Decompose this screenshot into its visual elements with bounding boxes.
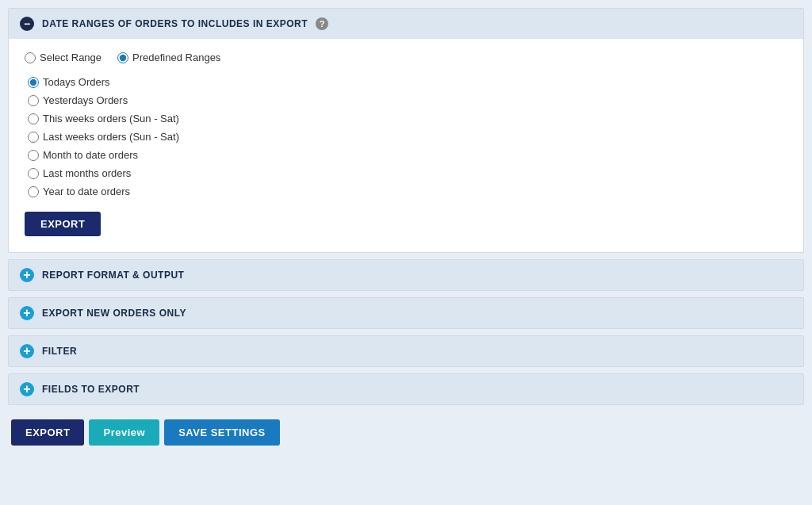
year-to-date-text: Year to date orders: [43, 186, 130, 197]
select-range-radio[interactable]: [25, 52, 36, 63]
date-ranges-section: − DATE RANGES OF ORDERS TO INCLUDES IN E…: [8, 8, 804, 253]
bottom-save-settings-button[interactable]: SAVE SETTINGS: [164, 419, 280, 446]
todays-orders-radio[interactable]: [28, 77, 39, 88]
filter-section: + FILTER: [8, 335, 804, 367]
this-weeks-orders-text: This weeks orders (Sun - Sat): [43, 113, 179, 124]
month-to-date-label[interactable]: Month to date orders: [28, 149, 787, 161]
filter-header[interactable]: + FILTER: [9, 336, 803, 366]
page-wrapper: − DATE RANGES OF ORDERS TO INCLUDES IN E…: [0, 0, 812, 505]
range-type-row: Select Range Predefined Ranges: [25, 52, 787, 63]
bottom-preview-button[interactable]: Preview: [89, 419, 159, 446]
date-ranges-body: Select Range Predefined Ranges Todays Or…: [9, 39, 803, 252]
yesterdays-orders-text: Yesterdays Orders: [43, 94, 128, 106]
last-months-orders-label[interactable]: Last months orders: [28, 167, 787, 179]
expand-icon: +: [20, 344, 34, 358]
expand-icon: +: [20, 306, 34, 320]
expand-icon: +: [20, 382, 34, 396]
last-weeks-orders-label[interactable]: Last weeks orders (Sun - Sat): [28, 131, 787, 143]
select-range-text: Select Range: [40, 52, 102, 63]
todays-orders-text: Todays Orders: [43, 76, 110, 88]
expand-icon: +: [20, 268, 34, 282]
predefined-ranges-radio[interactable]: [117, 52, 128, 63]
this-weeks-orders-radio[interactable]: [28, 113, 39, 124]
predefined-ranges-text: Predefined Ranges: [132, 52, 220, 63]
yesterdays-orders-radio[interactable]: [28, 95, 39, 106]
fields-to-export-header[interactable]: + FIELDS TO EXPORT: [9, 374, 803, 404]
export-new-orders-header[interactable]: + EXPORT NEW ORDERS ONLY: [9, 298, 803, 328]
this-weeks-orders-label[interactable]: This weeks orders (Sun - Sat): [28, 113, 787, 124]
year-to-date-radio[interactable]: [28, 186, 39, 197]
todays-orders-label[interactable]: Todays Orders: [28, 76, 787, 88]
date-ranges-header[interactable]: − DATE RANGES OF ORDERS TO INCLUDES IN E…: [9, 9, 803, 39]
select-range-label[interactable]: Select Range: [25, 52, 102, 63]
export-new-orders-section: + EXPORT NEW ORDERS ONLY: [8, 297, 804, 329]
fields-to-export-title: FIELDS TO EXPORT: [42, 384, 140, 395]
filter-title: FILTER: [42, 346, 77, 357]
section-export-button[interactable]: EXPORT: [25, 212, 101, 236]
bottom-toolbar: EXPORT Preview SAVE SETTINGS: [8, 411, 804, 449]
export-new-orders-title: EXPORT NEW ORDERS ONLY: [42, 308, 186, 319]
date-ranges-title: DATE RANGES OF ORDERS TO INCLUDES IN EXP…: [42, 18, 308, 29]
predefined-list: Todays Orders Yesterdays Orders This wee…: [28, 76, 787, 197]
report-format-header[interactable]: + REPORT FORMAT & OUTPUT: [9, 260, 803, 290]
last-weeks-orders-text: Last weeks orders (Sun - Sat): [43, 131, 179, 143]
collapse-icon: −: [20, 17, 34, 31]
month-to-date-text: Month to date orders: [43, 149, 138, 161]
report-format-section: + REPORT FORMAT & OUTPUT: [8, 259, 804, 291]
month-to-date-radio[interactable]: [28, 150, 39, 161]
year-to-date-label[interactable]: Year to date orders: [28, 186, 787, 197]
bottom-export-button[interactable]: EXPORT: [11, 419, 84, 446]
predefined-ranges-label[interactable]: Predefined Ranges: [117, 52, 220, 63]
fields-to-export-section: + FIELDS TO EXPORT: [8, 373, 804, 405]
report-format-title: REPORT FORMAT & OUTPUT: [42, 270, 184, 281]
last-months-orders-text: Last months orders: [43, 167, 131, 179]
last-weeks-orders-radio[interactable]: [28, 132, 39, 143]
yesterdays-orders-label[interactable]: Yesterdays Orders: [28, 94, 787, 106]
last-months-orders-radio[interactable]: [28, 168, 39, 179]
help-icon[interactable]: ?: [316, 17, 328, 30]
